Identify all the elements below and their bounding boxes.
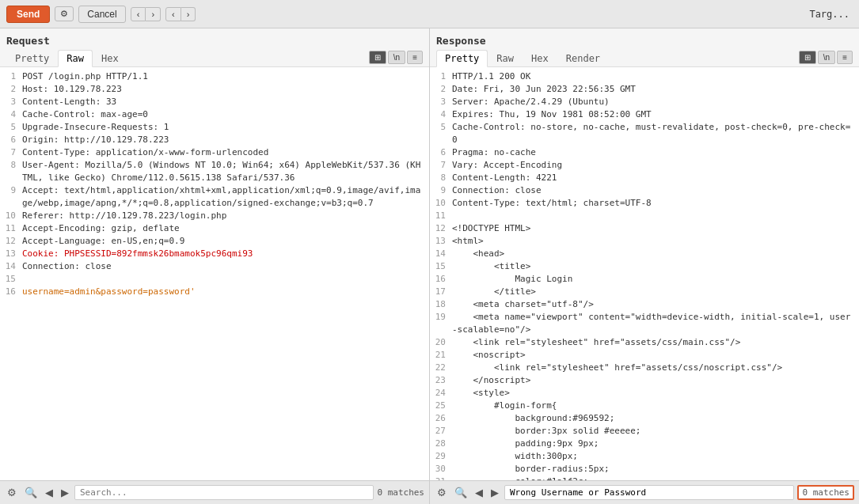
request-content[interactable]: 1POST /login.php HTTP/1.12Host: 10.129.7… [0,67,429,480]
line-content: Server: Apache/2.4.29 (Ubuntu) [452,96,859,108]
line-content: <html> [452,235,859,248]
response-matches-count: 0 matches [797,485,854,500]
line-content: border:3px solid #eeeee; [452,425,859,438]
request-view-btn-list[interactable]: ≡ [407,51,423,64]
line-content: Expires: Thu, 19 Nov 1981 08:52:00 GMT [452,108,859,121]
table-row: 16username=admin&password=password' [0,286,429,298]
tab-response-pretty[interactable]: Pretty [436,50,488,67]
line-number: 14 [0,260,22,273]
line-content: username=admin&password=password' [22,286,429,298]
response-content[interactable]: 1HTTP/1.1 200 OK2Date: Fri, 30 Jun 2023 … [430,67,859,480]
request-matches-count: 0 matches [377,487,424,498]
table-row: 8Content-Length: 4221 [430,172,859,184]
tab-response-hex[interactable]: Hex [523,50,557,66]
table-row: 13<html> [430,235,859,248]
tab-request-hex[interactable]: Hex [93,50,127,66]
line-content: padding:9px 9px; [452,438,859,450]
line-number: 16 [0,286,22,298]
tab-response-render[interactable]: Render [557,50,609,66]
nav-back-button[interactable]: ‹ [131,7,146,21]
table-row: 6Origin: http://10.129.78.223 [0,134,429,146]
response-view-btn-format[interactable]: ⊞ [799,51,816,64]
line-content: Origin: http://10.129.78.223 [22,134,429,146]
table-row: 28 padding:9px 9px; [430,438,859,450]
response-panel: Response Pretty Raw Hex Render ⊞ \n ≡ 1H… [430,28,859,504]
request-search-input[interactable] [74,485,374,500]
request-footer-search-icon[interactable]: 🔍 [22,486,40,499]
line-content: Pragma: no-cache [452,146,859,159]
line-number: 1 [0,70,22,83]
tab-request-pretty[interactable]: Pretty [6,50,58,66]
response-view-btn-newline[interactable]: \n [818,51,835,64]
response-title: Response [436,32,853,50]
request-footer-back[interactable]: ◀ [43,486,55,499]
settings-icon-button[interactable]: ⚙ [55,6,74,21]
table-row: 20 <link rel="stylesheet" href="assets/c… [430,336,859,349]
target-label: Targ... [809,9,853,20]
table-row: 7Content-Type: application/x-www-form-ur… [0,146,429,159]
response-search-input[interactable] [504,485,794,500]
response-footer-settings[interactable]: ⚙ [435,486,449,499]
response-footer-back[interactable]: ◀ [473,486,485,499]
request-code-area: 1POST /login.php HTTP/1.12Host: 10.129.7… [0,67,429,301]
request-footer-forward[interactable]: ▶ [59,486,71,499]
line-number: 20 [430,336,452,349]
line-content: </noscript> [452,374,859,387]
table-row: 14Connection: close [0,260,429,273]
nav-forward-button[interactable]: › [146,7,161,21]
line-content: POST /login.php HTTP/1.1 [22,70,429,83]
tab-response-raw[interactable]: Raw [488,50,523,66]
request-view-btn-format[interactable]: ⊞ [369,51,386,64]
request-tabs: Pretty Raw Hex ⊞ \n ≡ [6,50,423,66]
line-content: Content-Type: application/x-www-form-url… [22,146,429,159]
line-content: Connection: close [452,184,859,197]
line-content: Accept: text/html,application/xhtml+xml,… [22,184,429,210]
line-content: Upgrade-Insecure-Requests: 1 [22,121,429,134]
table-row: 1HTTP/1.1 200 OK [430,70,859,83]
table-row: 22 <link rel="stylesheet" href="assets/c… [430,362,859,374]
line-number: 25 [430,400,452,412]
line-number: 2 [0,83,22,96]
table-row: 17 </title> [430,286,859,298]
table-row: 15 <title> [430,260,859,273]
response-tabs: Pretty Raw Hex Render ⊞ \n ≡ [436,50,853,66]
line-number: 17 [430,286,452,298]
line-number: 14 [430,248,452,260]
request-view-btn-newline[interactable]: \n [388,51,405,64]
nav-back2-button[interactable]: ‹ [165,7,181,21]
line-number: 7 [0,146,22,159]
response-view-btn-list[interactable]: ≡ [837,51,853,64]
line-number: 21 [430,349,452,362]
response-footer-forward[interactable]: ▶ [488,486,501,499]
cancel-button[interactable]: Cancel [78,6,125,23]
table-row: 18 <meta charset="utf-8"/> [430,298,859,311]
line-content: Host: 10.129.78.223 [22,83,429,96]
line-number: 12 [0,235,22,248]
table-row: 25 #login-form{ [430,400,859,412]
toolbar: Send ⚙ Cancel ‹ › ‹ › Targ... [0,0,859,28]
table-row: 29 width:300px; [430,450,859,463]
line-number: 29 [430,450,452,463]
table-row: 9Connection: close [430,184,859,197]
table-row: 5Cache-Control: no-store, no-cache, must… [430,121,859,146]
request-panel: Request Pretty Raw Hex ⊞ \n ≡ 1POST /log… [0,28,430,504]
request-footer-settings[interactable]: ⚙ [5,486,19,499]
nav-forward2-button[interactable]: › [181,7,196,21]
table-row: 3Server: Apache/2.4.29 (Ubuntu) [430,96,859,108]
line-content: Cookie: PHPSESSID=892fmmsk26bmamok5pc96q… [22,248,429,260]
request-footer: ⚙ 🔍 ◀ ▶ 0 matches [0,480,429,504]
line-number: 23 [430,374,452,387]
line-content: <meta charset="utf-8"/> [452,298,859,311]
tab-request-raw[interactable]: Raw [58,50,93,67]
response-tab-actions: ⊞ \n ≡ [799,51,853,66]
table-row: 12Accept-Language: en-US,en;q=0.9 [0,235,429,248]
line-number: 24 [430,387,452,400]
line-number: 4 [430,108,452,121]
table-row: 4Expires: Thu, 19 Nov 1981 08:52:00 GMT [430,108,859,121]
response-footer-search-icon[interactable]: 🔍 [452,486,469,499]
table-row: 16 Magic Login [430,273,859,286]
send-button[interactable]: Send [6,6,50,23]
line-number: 4 [0,108,22,121]
line-number: 2 [430,83,452,96]
table-row: 4Cache-Control: max-age=0 [0,108,429,121]
